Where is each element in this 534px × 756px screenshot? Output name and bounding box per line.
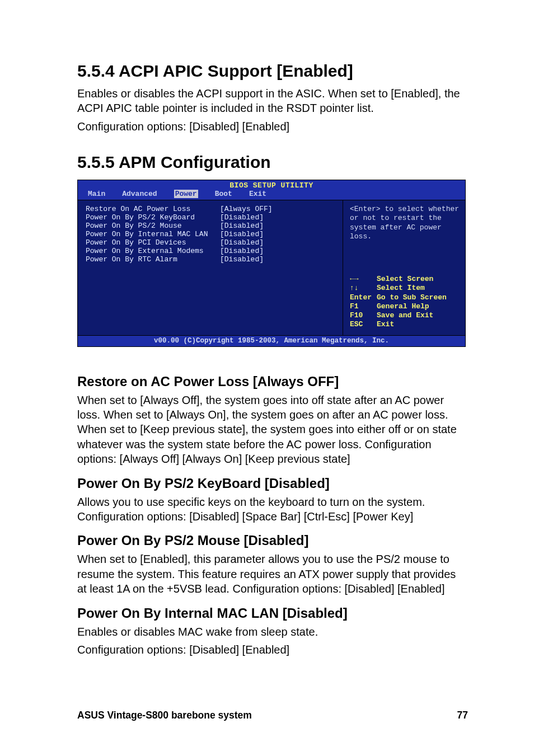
bios-tab-boot[interactable]: Boot	[215, 190, 232, 198]
bios-key: F1	[350, 302, 371, 311]
bios-key-action: Select Item	[377, 284, 425, 293]
para-mac-lan-1: Enables or disables MAC wake from sleep …	[77, 624, 468, 639]
bios-tabs: Main Advanced Power Boot Exit	[78, 190, 465, 200]
bios-settings-pane: Restore On AC Power Loss [Always OFF] Po…	[78, 200, 343, 335]
bios-help-text: <Enter> to select whether or not to rest…	[350, 205, 460, 241]
bios-setting-value: [Disabled]	[220, 247, 264, 255]
heading-restore-ac: Restore on AC Power Loss [Always OFF]	[77, 374, 468, 389]
heading-5-5-4: 5.5.4 ACPI APIC Support [Enabled]	[77, 62, 468, 81]
bios-setting-value: [Disabled]	[220, 222, 264, 230]
bios-setting-value: [Disabled]	[220, 238, 264, 247]
bios-header: BIOS SETUP UTILITY Main Advanced Power B…	[78, 180, 465, 200]
bios-setting-label: Power On By RTC Alarm	[86, 255, 220, 264]
bios-tab-advanced[interactable]: Advanced	[122, 190, 157, 198]
para-restore-ac: When set to [Always Off], the system goe…	[77, 393, 468, 467]
bios-tab-exit[interactable]: Exit	[249, 190, 266, 198]
bios-key-action: General Help	[377, 302, 429, 311]
heading-ps2-mouse: Power On By PS/2 Mouse [Disabled]	[77, 533, 468, 548]
bios-key-row: ↑↓Select Item	[350, 284, 460, 293]
bios-row[interactable]: Power On By PS/2 KeyBoard [Disabled]	[86, 213, 335, 222]
bios-key-action: Exit	[377, 320, 394, 329]
bios-tab-power[interactable]: Power	[174, 190, 198, 198]
bios-row[interactable]: Power On By External Modems [Disabled]	[86, 247, 335, 255]
bios-setting-label: Power On By PS/2 KeyBoard	[86, 213, 220, 222]
para-5-5-4-opts: Configuration options: [Disabled] [Enabl…	[77, 119, 468, 134]
bios-key-row: ESCExit	[350, 320, 460, 329]
para-ps2-keyboard: Allows you to use specific keys on the k…	[77, 495, 468, 524]
heading-mac-lan: Power On By Internal MAC LAN [Disabled]	[77, 605, 468, 621]
bios-key-action: Select Screen	[377, 275, 433, 284]
bios-row[interactable]: Restore On AC Power Loss [Always OFF]	[86, 205, 335, 213]
bios-row[interactable]: Power On By Internal MAC LAN [Disabled]	[86, 230, 335, 238]
heading-ps2-keyboard: Power On By PS/2 KeyBoard [Disabled]	[77, 476, 468, 491]
bios-key-row: F10Save and Exit	[350, 311, 460, 320]
bios-key: ↑↓	[350, 284, 371, 293]
bios-setting-label: Power On By PCI Devices	[86, 238, 220, 247]
bios-copyright: v00.00 (C)Copyright 1985-2003, American …	[78, 335, 465, 346]
bios-setting-label: Power On By Internal MAC LAN	[86, 230, 220, 238]
bios-key-row: ←→Select Screen	[350, 275, 460, 284]
bios-row[interactable]: Power On By PS/2 Mouse [Disabled]	[86, 222, 335, 230]
bios-key: ←→	[350, 275, 371, 284]
bios-setting-value: [Always OFF]	[220, 205, 273, 213]
footer-product: ASUS Vintage-S800 barebone system	[77, 710, 252, 721]
bios-setting-label: Power On By External Modems	[86, 247, 220, 255]
bios-title: BIOS SETUP UTILITY	[78, 180, 465, 190]
bios-key-row: EnterGo to Sub Screen	[350, 293, 460, 302]
footer-page-number: 77	[457, 710, 468, 721]
bios-key-action: Go to Sub Screen	[377, 293, 447, 302]
bios-setting-label: Restore On AC Power Loss	[86, 205, 220, 213]
para-mac-lan-2: Configuration options: [Disabled] [Enabl…	[77, 642, 468, 657]
bios-key-row: F1General Help	[350, 302, 460, 311]
bios-key-action: Save and Exit	[377, 311, 433, 320]
bios-body: Restore On AC Power Loss [Always OFF] Po…	[78, 200, 465, 335]
page-footer: ASUS Vintage-S800 barebone system 77	[77, 710, 468, 721]
bios-row[interactable]: Power On By RTC Alarm [Disabled]	[86, 255, 335, 264]
bios-tab-main[interactable]: Main	[88, 190, 105, 198]
para-ps2-mouse: When set to [Enabled], this parameter al…	[77, 552, 468, 596]
bios-screenshot: BIOS SETUP UTILITY Main Advanced Power B…	[77, 180, 466, 347]
bios-setting-value: [Disabled]	[220, 230, 264, 238]
bios-setting-value: [Disabled]	[220, 213, 264, 222]
bios-row[interactable]: Power On By PCI Devices [Disabled]	[86, 238, 335, 247]
bios-key: F10	[350, 311, 371, 320]
bios-setting-value: [Disabled]	[220, 255, 264, 264]
page: 5.5.4 ACPI APIC Support [Enabled] Enable…	[0, 0, 534, 688]
bios-help-pane: <Enter> to select whether or not to rest…	[343, 200, 465, 335]
bios-key-legend: ←→Select Screen ↑↓Select Item EnterGo to…	[350, 275, 460, 330]
bios-setting-label: Power On By PS/2 Mouse	[86, 222, 220, 230]
bios-key: ESC	[350, 320, 371, 329]
heading-5-5-5: 5.5.5 APM Configuration	[77, 153, 468, 172]
bios-key: Enter	[350, 293, 371, 302]
para-5-5-4-body: Enables or disables the ACPI support in …	[77, 86, 468, 116]
